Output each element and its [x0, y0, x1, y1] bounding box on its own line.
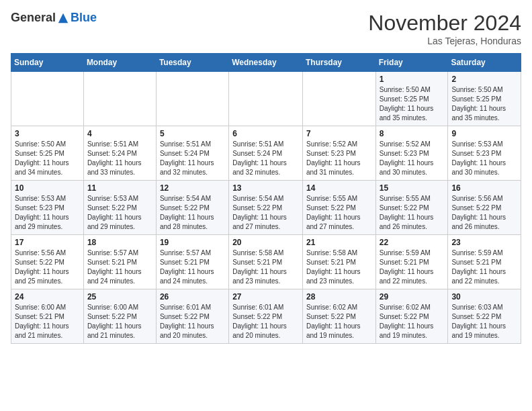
- calendar-cell: [11, 72, 84, 126]
- week-row-5: 24Sunrise: 6:00 AM Sunset: 5:21 PM Dayli…: [11, 289, 521, 344]
- day-info: Sunrise: 6:02 AM Sunset: 5:22 PM Dayligh…: [306, 303, 372, 340]
- day-number: 14: [306, 183, 372, 193]
- calendar-cell: 10Sunrise: 5:53 AM Sunset: 5:23 PM Dayli…: [11, 181, 84, 235]
- day-info: Sunrise: 5:56 AM Sunset: 5:22 PM Dayligh…: [15, 248, 80, 286]
- day-info: Sunrise: 5:51 AM Sunset: 5:24 PM Dayligh…: [232, 140, 299, 177]
- page-header: General Blue November 2024 Las Tejeras, …: [11, 11, 521, 46]
- day-number: 7: [306, 129, 372, 138]
- week-row-2: 3Sunrise: 5:50 AM Sunset: 5:25 PM Daylig…: [11, 126, 521, 181]
- day-number: 5: [160, 129, 225, 138]
- day-info: Sunrise: 5:56 AM Sunset: 5:22 PM Dayligh…: [451, 194, 517, 232]
- calendar-cell: 3Sunrise: 5:50 AM Sunset: 5:25 PM Daylig…: [11, 126, 84, 181]
- calendar-cell: [302, 72, 375, 126]
- day-number: 2: [451, 75, 517, 84]
- calendar-cell: 4Sunrise: 5:51 AM Sunset: 5:24 PM Daylig…: [83, 126, 156, 181]
- week-row-1: 1Sunrise: 5:50 AM Sunset: 5:25 PM Daylig…: [11, 72, 521, 126]
- logo-icon: [57, 12, 69, 24]
- day-number: 15: [380, 183, 445, 193]
- calendar-cell: 14Sunrise: 5:55 AM Sunset: 5:22 PM Dayli…: [302, 181, 375, 235]
- day-info: Sunrise: 5:54 AM Sunset: 5:22 PM Dayligh…: [160, 194, 225, 232]
- day-number: 27: [232, 292, 299, 302]
- calendar-cell: 21Sunrise: 5:58 AM Sunset: 5:21 PM Dayli…: [302, 235, 375, 289]
- weekday-header-sunday: Sunday: [11, 54, 84, 72]
- day-info: Sunrise: 5:53 AM Sunset: 5:22 PM Dayligh…: [87, 194, 152, 232]
- weekday-header-thursday: Thursday: [302, 54, 375, 72]
- day-number: 8: [380, 129, 445, 138]
- day-info: Sunrise: 6:01 AM Sunset: 5:22 PM Dayligh…: [232, 303, 299, 340]
- day-number: 3: [15, 129, 80, 138]
- day-number: 21: [306, 238, 372, 247]
- week-row-3: 10Sunrise: 5:53 AM Sunset: 5:23 PM Dayli…: [11, 181, 521, 235]
- calendar-cell: 12Sunrise: 5:54 AM Sunset: 5:22 PM Dayli…: [156, 181, 228, 235]
- day-number: 19: [160, 238, 225, 247]
- calendar-cell: 19Sunrise: 5:57 AM Sunset: 5:21 PM Dayli…: [156, 235, 228, 289]
- day-number: 4: [87, 129, 152, 138]
- day-number: 17: [15, 238, 80, 247]
- day-number: 18: [87, 238, 152, 247]
- day-info: Sunrise: 5:53 AM Sunset: 5:23 PM Dayligh…: [15, 194, 80, 232]
- week-row-4: 17Sunrise: 5:56 AM Sunset: 5:22 PM Dayli…: [11, 235, 521, 289]
- calendar-cell: 29Sunrise: 6:02 AM Sunset: 5:22 PM Dayli…: [375, 289, 448, 344]
- svg-marker-0: [58, 13, 68, 22]
- calendar-cell: 6Sunrise: 5:51 AM Sunset: 5:24 PM Daylig…: [229, 126, 303, 181]
- day-info: Sunrise: 5:59 AM Sunset: 5:21 PM Dayligh…: [380, 248, 445, 286]
- day-number: 25: [87, 292, 152, 302]
- day-number: 16: [451, 183, 517, 193]
- title-block: November 2024 Las Tejeras, Honduras: [368, 11, 521, 46]
- day-info: Sunrise: 5:51 AM Sunset: 5:24 PM Dayligh…: [160, 140, 225, 177]
- calendar-cell: [229, 72, 303, 126]
- day-number: 12: [160, 183, 225, 193]
- calendar-cell: 22Sunrise: 5:59 AM Sunset: 5:21 PM Dayli…: [375, 235, 448, 289]
- calendar-cell: 27Sunrise: 6:01 AM Sunset: 5:22 PM Dayli…: [229, 289, 303, 344]
- location-subtitle: Las Tejeras, Honduras: [368, 36, 521, 46]
- calendar-cell: 15Sunrise: 5:55 AM Sunset: 5:22 PM Dayli…: [375, 181, 448, 235]
- calendar-cell: 16Sunrise: 5:56 AM Sunset: 5:22 PM Dayli…: [448, 181, 521, 235]
- calendar-cell: 20Sunrise: 5:58 AM Sunset: 5:21 PM Dayli…: [229, 235, 303, 289]
- calendar-cell: 24Sunrise: 6:00 AM Sunset: 5:21 PM Dayli…: [11, 289, 84, 344]
- day-number: 6: [232, 129, 299, 138]
- day-info: Sunrise: 5:55 AM Sunset: 5:22 PM Dayligh…: [306, 194, 372, 232]
- weekday-header-saturday: Saturday: [448, 54, 521, 72]
- day-number: 29: [380, 292, 445, 302]
- day-info: Sunrise: 5:52 AM Sunset: 5:23 PM Dayligh…: [306, 140, 372, 177]
- day-info: Sunrise: 5:58 AM Sunset: 5:21 PM Dayligh…: [306, 248, 372, 286]
- day-number: 11: [87, 183, 152, 193]
- calendar-table: SundayMondayTuesdayWednesdayThursdayFrid…: [11, 53, 521, 344]
- weekday-header-friday: Friday: [375, 54, 448, 72]
- month-title: November 2024: [368, 11, 521, 36]
- day-info: Sunrise: 5:57 AM Sunset: 5:21 PM Dayligh…: [160, 248, 225, 286]
- day-info: Sunrise: 6:01 AM Sunset: 5:22 PM Dayligh…: [160, 303, 225, 340]
- calendar-cell: 28Sunrise: 6:02 AM Sunset: 5:22 PM Dayli…: [302, 289, 375, 344]
- calendar-cell: 18Sunrise: 5:57 AM Sunset: 5:21 PM Dayli…: [83, 235, 156, 289]
- calendar-cell: 25Sunrise: 6:00 AM Sunset: 5:22 PM Dayli…: [83, 289, 156, 344]
- day-number: 20: [232, 238, 299, 247]
- calendar-cell: 8Sunrise: 5:52 AM Sunset: 5:23 PM Daylig…: [375, 126, 448, 181]
- calendar-cell: 23Sunrise: 5:59 AM Sunset: 5:21 PM Dayli…: [448, 235, 521, 289]
- calendar-cell: 1Sunrise: 5:50 AM Sunset: 5:25 PM Daylig…: [375, 72, 448, 126]
- day-number: 30: [451, 292, 517, 302]
- calendar-cell: [83, 72, 156, 126]
- day-info: Sunrise: 6:00 AM Sunset: 5:21 PM Dayligh…: [15, 303, 80, 340]
- day-info: Sunrise: 5:54 AM Sunset: 5:22 PM Dayligh…: [232, 194, 299, 232]
- calendar-cell: 7Sunrise: 5:52 AM Sunset: 5:23 PM Daylig…: [302, 126, 375, 181]
- day-info: Sunrise: 5:59 AM Sunset: 5:21 PM Dayligh…: [451, 248, 517, 286]
- day-number: 22: [380, 238, 445, 247]
- day-info: Sunrise: 5:52 AM Sunset: 5:23 PM Dayligh…: [380, 140, 445, 177]
- weekday-header-tuesday: Tuesday: [156, 54, 228, 72]
- day-number: 10: [15, 183, 80, 193]
- day-number: 28: [306, 292, 372, 302]
- day-number: 24: [15, 292, 80, 302]
- calendar-cell: 30Sunrise: 6:03 AM Sunset: 5:22 PM Dayli…: [448, 289, 521, 344]
- day-info: Sunrise: 5:50 AM Sunset: 5:25 PM Dayligh…: [451, 85, 517, 123]
- weekday-header-monday: Monday: [83, 54, 156, 72]
- day-info: Sunrise: 5:57 AM Sunset: 5:21 PM Dayligh…: [87, 248, 152, 286]
- weekday-header-wednesday: Wednesday: [229, 54, 303, 72]
- calendar-cell: 11Sunrise: 5:53 AM Sunset: 5:22 PM Dayli…: [83, 181, 156, 235]
- calendar-cell: 13Sunrise: 5:54 AM Sunset: 5:22 PM Dayli…: [229, 181, 303, 235]
- day-number: 1: [380, 75, 445, 84]
- day-number: 26: [160, 292, 225, 302]
- day-info: Sunrise: 6:03 AM Sunset: 5:22 PM Dayligh…: [451, 303, 517, 340]
- day-number: 13: [232, 183, 299, 193]
- day-number: 9: [451, 129, 517, 138]
- calendar-cell: 2Sunrise: 5:50 AM Sunset: 5:25 PM Daylig…: [448, 72, 521, 126]
